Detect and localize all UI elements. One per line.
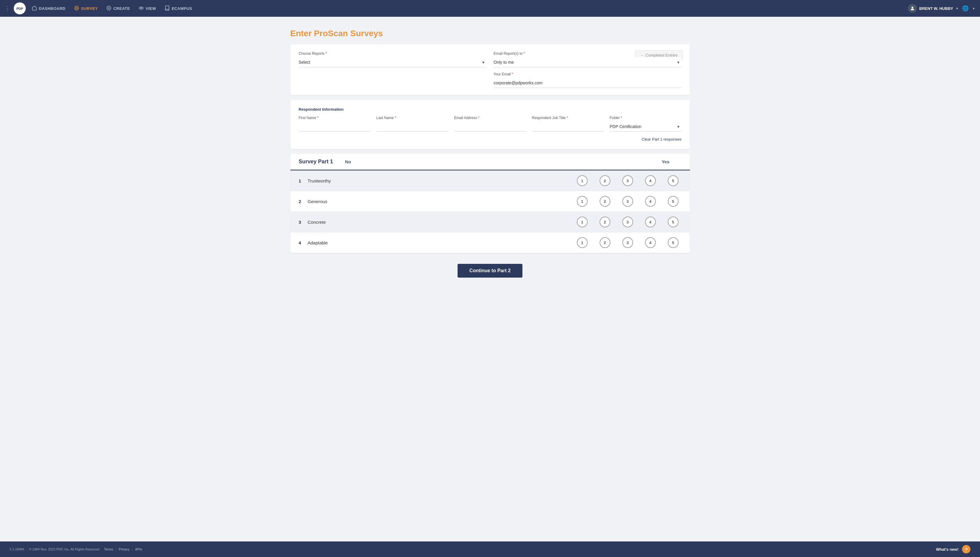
folder-select[interactable]: PDP Certification	[610, 122, 681, 132]
radio-option[interactable]: 3	[622, 217, 633, 227]
radio-option[interactable]: 4	[645, 175, 656, 186]
nav-item-ecampus[interactable]: eCAMPUS	[161, 3, 196, 13]
email-address-group: Email Address *	[454, 116, 526, 132]
choose-reports-select[interactable]: Select	[299, 57, 487, 67]
nav-ecampus-label: eCAMPUS	[172, 6, 192, 11]
folder-group: Folder * PDP Certification ▼	[610, 116, 681, 132]
survey-part-title: Survey Part 1	[299, 158, 333, 165]
whats-new-text[interactable]: What's new!	[936, 547, 959, 552]
radio-option[interactable]: 1	[577, 217, 588, 227]
your-email-input[interactable]	[494, 78, 681, 88]
svg-point-3	[76, 7, 78, 9]
help-button[interactable]: ?	[962, 545, 970, 554]
radio-option[interactable]: 3	[622, 237, 633, 248]
radio-option[interactable]: 1	[577, 175, 588, 186]
copyright-text: © 1984 Rev. 2023 PDP, Inc. All Rights Re…	[29, 547, 99, 551]
radio-option[interactable]: 5	[668, 217, 679, 227]
nav-item-survey[interactable]: SURVEY	[70, 3, 101, 13]
radio-group: 12345	[577, 196, 681, 207]
scale-labels: No Yes	[333, 159, 681, 164]
your-email-group: Your Email *	[494, 72, 681, 88]
survey-row: 2Generous12345	[290, 191, 690, 212]
svg-point-7	[139, 7, 143, 9]
radio-option[interactable]: 4	[645, 196, 656, 207]
email-address-input[interactable]	[454, 122, 526, 132]
respondent-card: Respondent Information First Name * Last…	[290, 100, 690, 149]
nav-view-label: VIEW	[146, 6, 156, 11]
your-email-label: Your Email *	[494, 72, 681, 76]
respondent-section-label: Respondent Information	[299, 107, 681, 112]
svg-point-9	[912, 7, 913, 8]
radio-option[interactable]: 2	[600, 175, 610, 186]
radio-option[interactable]: 5	[668, 237, 679, 248]
page-title: Enter ProScan Surveys	[290, 29, 690, 38]
continue-button[interactable]: Continue to Part 2	[458, 264, 523, 278]
nav-survey-label: SURVEY	[81, 6, 98, 11]
radio-option[interactable]: 5	[668, 196, 679, 207]
radio-option[interactable]: 2	[600, 237, 610, 248]
privacy-link[interactable]: Privacy	[119, 547, 130, 551]
email-reports-select[interactable]: Only to me	[494, 57, 681, 67]
row-number: 4	[299, 240, 308, 245]
nav-item-view[interactable]: VIEW	[135, 3, 160, 13]
radio-option[interactable]: 2	[600, 196, 610, 207]
scale-yes-label: Yes	[662, 159, 670, 164]
first-name-label: First Name *	[299, 116, 371, 120]
ecampus-icon	[164, 5, 170, 11]
radio-option[interactable]: 1	[577, 196, 588, 207]
last-name-input[interactable]	[377, 122, 448, 132]
survey-header: Survey Part 1 No Yes	[290, 154, 690, 169]
terms-link[interactable]: Terms	[104, 547, 113, 551]
globe-chevron-icon: ▼	[972, 7, 975, 10]
view-icon	[138, 5, 144, 11]
svg-point-2	[75, 6, 79, 10]
radio-option[interactable]: 4	[645, 217, 656, 227]
radio-option[interactable]: 3	[622, 175, 633, 186]
nav-item-create[interactable]: CREATE	[102, 3, 133, 13]
dashboard-icon	[32, 5, 37, 11]
nav-create-label: CREATE	[113, 6, 130, 11]
row-label: Concrete	[308, 220, 577, 225]
reports-form-row: Choose Reports * Select ▼ Email Report(s…	[299, 51, 681, 88]
clear-responses-link[interactable]: Clear Part 1 responses	[642, 135, 681, 144]
reports-card: → Completed Entries Choose Reports * Sel…	[290, 44, 690, 95]
radio-option[interactable]: 1	[577, 237, 588, 248]
job-title-input[interactable]	[532, 122, 604, 132]
globe-icon[interactable]: 🌐	[962, 5, 969, 11]
folder-select-wrapper: PDP Certification ▼	[610, 122, 681, 132]
user-menu[interactable]: BRENT W. HUBBY ▼	[908, 4, 959, 13]
first-name-group: First Name *	[299, 116, 371, 132]
user-chevron-icon: ▼	[956, 7, 959, 10]
radio-option[interactable]: 3	[622, 196, 633, 207]
radio-group: 12345	[577, 175, 681, 186]
choose-reports-select-wrapper: Select ▼	[299, 57, 487, 67]
radio-group: 12345	[577, 217, 681, 227]
survey-row: 4Adaptable12345	[290, 233, 690, 253]
version-text: 5.1.18484	[10, 547, 24, 551]
row-label: Adaptable	[308, 240, 577, 245]
first-name-input[interactable]	[299, 122, 371, 132]
nav-right: BRENT W. HUBBY ▼ 🌐 ▼	[908, 4, 975, 13]
folder-label: Folder *	[610, 116, 681, 120]
last-name-group: Last Name *	[377, 116, 448, 132]
choose-reports-label: Choose Reports *	[299, 51, 487, 55]
survey-rows-container: 1Trustworthy123452Generous123453Concrete…	[290, 171, 690, 253]
radio-option[interactable]: 4	[645, 237, 656, 248]
nav-items: DASHBOARD SURVEY CREATE VIEW eCAMPUS	[28, 3, 905, 13]
respondent-row: First Name * Last Name * Email Address *	[299, 116, 681, 132]
nav-dots[interactable]: ⋮	[5, 5, 10, 11]
svg-point-8	[141, 8, 141, 8]
email-reports-select-wrapper: Only to me ▼	[494, 57, 681, 67]
row-label: Trustworthy	[308, 178, 577, 183]
apis-link[interactable]: APIs	[135, 547, 142, 551]
radio-option[interactable]: 2	[600, 217, 610, 227]
survey-icon	[74, 5, 79, 11]
continue-btn-wrapper: Continue to Part 2	[290, 258, 690, 301]
page-footer: 5.1.18484 © 1984 Rev. 2023 PDP, Inc. All…	[0, 541, 980, 557]
radio-option[interactable]: 5	[668, 175, 679, 186]
row-label: Generous	[308, 199, 577, 204]
user-avatar	[908, 4, 917, 13]
nav-item-dashboard[interactable]: DASHBOARD	[28, 3, 69, 13]
survey-part1-card: Survey Part 1 No Yes 1Trustworthy123452G…	[290, 154, 690, 253]
job-title-group: Respondent Job Title *	[532, 116, 604, 132]
